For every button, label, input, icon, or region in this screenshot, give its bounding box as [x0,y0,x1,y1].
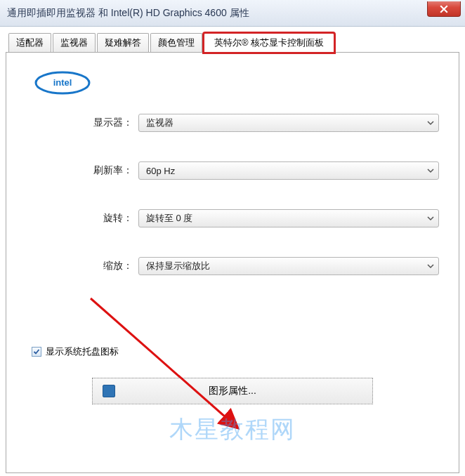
label-scaling: 缩放： [26,260,138,272]
chevron-down-icon [427,263,434,270]
label-tray-icon: 显示系统托盘图标 [46,345,119,358]
chevron-down-icon [427,167,434,174]
label-refresh: 刷新率： [26,164,138,177]
select-display[interactable]: 监视器 [138,114,439,132]
intel-logo: intel [34,68,439,100]
graphics-button-label: 图形属性... [209,385,256,397]
select-rotation-value: 旋转至 0 度 [146,212,192,225]
select-display-value: 监视器 [146,117,173,129]
chevron-down-icon [427,215,434,222]
tabstrip: 适配器 监视器 疑难解答 颜色管理 英特尔® 核芯显卡控制面板 [6,32,459,52]
tab-monitor[interactable]: 监视器 [53,33,96,53]
select-scaling-value: 保持显示缩放比 [146,260,210,272]
tab-color-management[interactable]: 颜色管理 [150,33,202,53]
row-refresh: 刷新率： 60p Hz [26,161,439,180]
check-icon [33,348,40,355]
select-refresh-value: 60p Hz [146,166,175,176]
row-tray-icon: 显示系统托盘图标 [32,345,439,358]
select-refresh[interactable]: 60p Hz [138,161,439,180]
svg-line-2 [91,298,238,428]
select-rotation[interactable]: 旋转至 0 度 [138,209,439,227]
tab-adapter[interactable]: 适配器 [8,33,51,53]
label-display: 显示器： [26,117,138,129]
titlebar: 通用即插即用监视器 和 Intel(R) HD Graphics 4600 属性 [0,0,465,27]
tab-troubleshoot[interactable]: 疑难解答 [97,33,149,53]
row-display: 显示器： 监视器 [26,114,439,132]
graphics-icon [103,385,115,397]
close-button[interactable] [427,1,461,17]
checkbox-tray-icon[interactable] [32,347,41,357]
tab-panel: intel 显示器： 监视器 刷新率： 60p Hz 旋转： 旋转至 0 度 [6,52,459,473]
svg-text:intel: intel [53,77,72,88]
window-title: 通用即插即用监视器 和 Intel(R) HD Graphics 4600 属性 [7,7,249,20]
arrow-annotation [84,291,266,453]
close-icon [440,5,448,13]
watermark: 木星教程网 [169,414,296,446]
content-area: 适配器 监视器 疑难解答 颜色管理 英特尔® 核芯显卡控制面板 intel 显示… [0,27,465,473]
graphics-properties-button[interactable]: 图形属性... [92,378,373,404]
select-scaling[interactable]: 保持显示缩放比 [138,257,439,275]
chevron-down-icon [427,119,434,126]
label-rotation: 旋转： [26,212,138,225]
row-rotation: 旋转： 旋转至 0 度 [26,209,439,227]
row-scaling: 缩放： 保持显示缩放比 [26,257,439,275]
tab-intel-hd-graphics[interactable]: 英特尔® 核芯显卡控制面板 [204,33,334,53]
